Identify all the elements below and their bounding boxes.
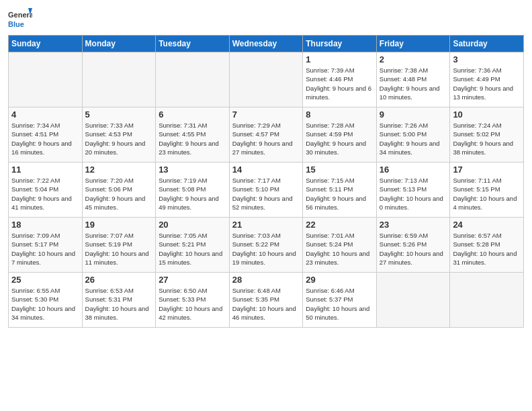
day-info: Sunrise: 6:59 AM Sunset: 5:26 PM Dayligh… <box>380 231 447 267</box>
day-cell: 27Sunrise: 6:50 AM Sunset: 5:33 PM Dayli… <box>156 273 230 328</box>
day-number: 14 <box>232 165 300 175</box>
day-info: Sunrise: 7:09 AM Sunset: 5:17 PM Dayligh… <box>11 231 79 267</box>
day-number: 19 <box>85 220 153 230</box>
day-cell: 9Sunrise: 7:26 AM Sunset: 5:00 PM Daylig… <box>376 107 450 163</box>
day-number: 9 <box>380 109 447 120</box>
day-info: Sunrise: 7:13 AM Sunset: 5:13 PM Dayligh… <box>380 176 447 212</box>
day-info: Sunrise: 7:19 AM Sunset: 5:08 PM Dayligh… <box>159 176 226 212</box>
days-header-row: SundayMondayTuesdayWednesdayThursdayFrid… <box>9 36 524 52</box>
day-header-saturday: Saturday <box>450 36 524 52</box>
day-cell <box>376 273 450 328</box>
day-cell: 12Sunrise: 7:20 AM Sunset: 5:06 PM Dayli… <box>82 163 156 218</box>
day-info: Sunrise: 7:07 AM Sunset: 5:19 PM Dayligh… <box>85 231 153 267</box>
day-cell: 14Sunrise: 7:17 AM Sunset: 5:10 PM Dayli… <box>229 163 303 218</box>
day-info: Sunrise: 7:39 AM Sunset: 4:46 PM Dayligh… <box>306 66 373 101</box>
day-cell: 26Sunrise: 6:53 AM Sunset: 5:31 PM Dayli… <box>82 273 156 328</box>
svg-text:General: General <box>8 11 32 19</box>
day-number: 24 <box>453 220 521 230</box>
day-header-monday: Monday <box>82 36 156 52</box>
day-info: Sunrise: 7:20 AM Sunset: 5:06 PM Dayligh… <box>85 176 153 212</box>
day-cell: 28Sunrise: 6:48 AM Sunset: 5:35 PM Dayli… <box>229 273 303 328</box>
day-cell: 4Sunrise: 7:34 AM Sunset: 4:51 PM Daylig… <box>9 107 83 163</box>
day-number: 21 <box>232 220 300 230</box>
day-number: 8 <box>306 109 373 120</box>
day-cell <box>156 52 230 107</box>
day-info: Sunrise: 6:46 AM Sunset: 5:37 PM Dayligh… <box>306 286 373 322</box>
day-info: Sunrise: 7:22 AM Sunset: 5:04 PM Dayligh… <box>11 176 79 212</box>
day-number: 27 <box>159 275 226 285</box>
day-number: 22 <box>306 220 373 230</box>
day-number: 2 <box>380 54 447 64</box>
day-info: Sunrise: 6:53 AM Sunset: 5:31 PM Dayligh… <box>85 286 153 322</box>
day-number: 7 <box>232 109 300 120</box>
day-cell: 13Sunrise: 7:19 AM Sunset: 5:08 PM Dayli… <box>156 163 230 218</box>
day-number: 28 <box>232 275 300 285</box>
day-cell <box>450 273 524 328</box>
day-cell: 25Sunrise: 6:55 AM Sunset: 5:30 PM Dayli… <box>9 273 83 328</box>
calendar-table: SundayMondayTuesdayWednesdayThursdayFrid… <box>8 35 524 328</box>
week-row-5: 25Sunrise: 6:55 AM Sunset: 5:30 PM Dayli… <box>9 273 524 328</box>
day-info: Sunrise: 7:03 AM Sunset: 5:22 PM Dayligh… <box>232 231 300 267</box>
day-info: Sunrise: 7:26 AM Sunset: 5:00 PM Dayligh… <box>380 121 447 156</box>
day-number: 10 <box>453 109 521 120</box>
day-header-friday: Friday <box>376 36 450 52</box>
day-info: Sunrise: 7:01 AM Sunset: 5:24 PM Dayligh… <box>306 231 373 267</box>
week-row-4: 18Sunrise: 7:09 AM Sunset: 5:17 PM Dayli… <box>9 218 524 273</box>
day-info: Sunrise: 6:57 AM Sunset: 5:28 PM Dayligh… <box>453 231 521 267</box>
day-info: Sunrise: 6:55 AM Sunset: 5:30 PM Dayligh… <box>11 286 79 322</box>
day-cell: 22Sunrise: 7:01 AM Sunset: 5:24 PM Dayli… <box>303 218 377 273</box>
week-row-1: 1Sunrise: 7:39 AM Sunset: 4:46 PM Daylig… <box>9 52 524 107</box>
day-number: 13 <box>159 165 226 175</box>
day-info: Sunrise: 7:34 AM Sunset: 4:51 PM Dayligh… <box>11 121 79 156</box>
day-number: 12 <box>85 165 153 175</box>
svg-text:Blue: Blue <box>8 20 24 28</box>
day-cell: 1Sunrise: 7:39 AM Sunset: 4:46 PM Daylig… <box>303 52 377 107</box>
day-info: Sunrise: 7:36 AM Sunset: 4:49 PM Dayligh… <box>453 66 521 101</box>
day-number: 20 <box>159 220 226 230</box>
day-number: 26 <box>85 275 153 285</box>
day-cell <box>229 52 303 107</box>
day-cell: 23Sunrise: 6:59 AM Sunset: 5:26 PM Dayli… <box>376 218 450 273</box>
day-info: Sunrise: 7:05 AM Sunset: 5:21 PM Dayligh… <box>159 231 226 267</box>
day-number: 29 <box>306 275 373 285</box>
day-info: Sunrise: 7:31 AM Sunset: 4:55 PM Dayligh… <box>159 121 226 156</box>
day-cell: 24Sunrise: 6:57 AM Sunset: 5:28 PM Dayli… <box>450 218 524 273</box>
week-row-2: 4Sunrise: 7:34 AM Sunset: 4:51 PM Daylig… <box>9 107 524 163</box>
day-cell: 11Sunrise: 7:22 AM Sunset: 5:04 PM Dayli… <box>9 163 83 218</box>
day-number: 16 <box>380 165 447 175</box>
day-number: 25 <box>11 275 79 285</box>
day-number: 4 <box>11 109 79 120</box>
day-number: 6 <box>159 109 226 120</box>
day-number: 5 <box>85 109 153 120</box>
day-header-sunday: Sunday <box>9 36 83 52</box>
day-cell: 8Sunrise: 7:28 AM Sunset: 4:59 PM Daylig… <box>303 107 377 163</box>
logo-svg-icon: General Blue <box>8 7 32 31</box>
day-number: 11 <box>11 165 79 175</box>
day-header-tuesday: Tuesday <box>156 36 230 52</box>
day-cell: 18Sunrise: 7:09 AM Sunset: 5:17 PM Dayli… <box>9 218 83 273</box>
day-cell: 6Sunrise: 7:31 AM Sunset: 4:55 PM Daylig… <box>156 107 230 163</box>
day-info: Sunrise: 7:11 AM Sunset: 5:15 PM Dayligh… <box>453 176 521 212</box>
day-cell: 16Sunrise: 7:13 AM Sunset: 5:13 PM Dayli… <box>376 163 450 218</box>
day-cell: 2Sunrise: 7:38 AM Sunset: 4:48 PM Daylig… <box>376 52 450 107</box>
day-number: 3 <box>453 54 521 64</box>
day-info: Sunrise: 7:24 AM Sunset: 5:02 PM Dayligh… <box>453 121 521 156</box>
day-cell: 21Sunrise: 7:03 AM Sunset: 5:22 PM Dayli… <box>229 218 303 273</box>
day-cell <box>9 52 83 107</box>
header-row: General Blue <box>8 7 524 31</box>
week-row-3: 11Sunrise: 7:22 AM Sunset: 5:04 PM Dayli… <box>9 163 524 218</box>
day-cell: 19Sunrise: 7:07 AM Sunset: 5:19 PM Dayli… <box>82 218 156 273</box>
day-number: 15 <box>306 165 373 175</box>
day-cell: 5Sunrise: 7:33 AM Sunset: 4:53 PM Daylig… <box>82 107 156 163</box>
day-info: Sunrise: 6:50 AM Sunset: 5:33 PM Dayligh… <box>159 286 226 322</box>
day-number: 17 <box>453 165 521 175</box>
day-cell: 29Sunrise: 6:46 AM Sunset: 5:37 PM Dayli… <box>303 273 377 328</box>
day-cell: 15Sunrise: 7:15 AM Sunset: 5:11 PM Dayli… <box>303 163 377 218</box>
day-info: Sunrise: 7:28 AM Sunset: 4:59 PM Dayligh… <box>306 121 373 156</box>
day-number: 18 <box>11 220 79 230</box>
day-number: 1 <box>306 54 373 64</box>
logo: General Blue <box>8 7 32 31</box>
day-cell <box>82 52 156 107</box>
day-cell: 20Sunrise: 7:05 AM Sunset: 5:21 PM Dayli… <box>156 218 230 273</box>
day-info: Sunrise: 7:17 AM Sunset: 5:10 PM Dayligh… <box>232 176 300 212</box>
